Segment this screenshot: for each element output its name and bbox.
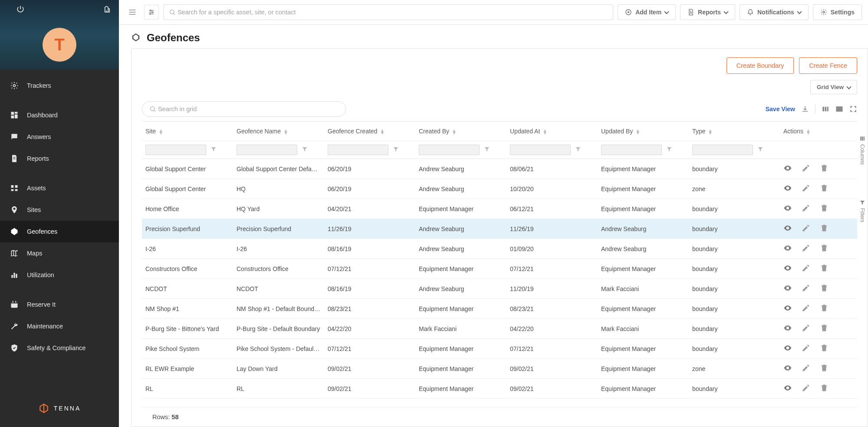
- column-header-updated_at[interactable]: Updated At▲▼: [506, 122, 598, 141]
- view-icon[interactable]: [783, 164, 792, 174]
- notifications-button[interactable]: Notifications: [740, 4, 809, 20]
- edit-icon[interactable]: [802, 204, 810, 214]
- building-icon[interactable]: [103, 5, 111, 14]
- rail-columns[interactable]: Columns: [859, 136, 865, 165]
- edit-icon[interactable]: [802, 324, 810, 334]
- download-icon[interactable]: [801, 105, 809, 113]
- global-search[interactable]: [163, 4, 613, 20]
- columns-icon[interactable]: [822, 105, 829, 113]
- filter-input-updated_by[interactable]: [601, 145, 662, 155]
- delete-icon[interactable]: [820, 364, 829, 374]
- view-icon[interactable]: [783, 224, 792, 234]
- sidebar-item-answers[interactable]: Answers: [0, 126, 119, 148]
- column-header-geofence_name[interactable]: Geofence Name▲▼: [233, 122, 324, 141]
- view-icon[interactable]: [783, 304, 792, 314]
- edit-icon[interactable]: [802, 244, 810, 254]
- table-row[interactable]: RL EWR ExampleLay Down Yard09/02/21Equip…: [142, 359, 857, 379]
- table-row[interactable]: Home OfficeHQ Yard04/20/21Equipment Mana…: [142, 199, 857, 219]
- view-icon[interactable]: [783, 184, 792, 194]
- filter-input-type[interactable]: [692, 145, 753, 155]
- create-fence-button[interactable]: Create Fence: [799, 57, 857, 74]
- sidebar-item-reserve-it[interactable]: Reserve It: [0, 294, 119, 315]
- add-item-button[interactable]: Add Item: [618, 4, 676, 20]
- table-row[interactable]: Global Support CenterGlobal Support Cent…: [142, 159, 857, 179]
- edit-icon[interactable]: [802, 284, 810, 294]
- sidebar-item-assets[interactable]: Assets: [0, 177, 119, 199]
- delete-icon[interactable]: [820, 204, 829, 214]
- view-icon[interactable]: [783, 244, 792, 254]
- column-header-updated_by[interactable]: Updated By▲▼: [598, 122, 689, 141]
- edit-icon[interactable]: [802, 184, 810, 194]
- expand-card-icon[interactable]: [835, 105, 843, 113]
- table-row[interactable]: I-26I-2608/16/19Andrew Seaburg01/09/20An…: [142, 239, 857, 259]
- table-row[interactable]: NCDOTNCDOT08/16/19Andrew Seaburg11/20/19…: [142, 279, 857, 299]
- edit-icon[interactable]: [802, 164, 810, 174]
- delete-icon[interactable]: [820, 184, 829, 194]
- view-icon[interactable]: [783, 324, 792, 334]
- grid-search[interactable]: [142, 101, 346, 117]
- column-header-geofence_created[interactable]: Geofence Created▲▼: [324, 122, 415, 141]
- save-view-link[interactable]: Save View: [766, 106, 795, 113]
- column-header-created_by[interactable]: Created By▲▼: [415, 122, 506, 141]
- avatar[interactable]: T: [43, 28, 76, 62]
- delete-icon[interactable]: [820, 264, 829, 274]
- sidebar-item-sites[interactable]: Sites: [0, 199, 119, 221]
- view-icon[interactable]: [783, 264, 792, 274]
- filter-icon[interactable]: [393, 146, 399, 152]
- create-boundary-button[interactable]: Create Boundary: [727, 57, 794, 74]
- table-row[interactable]: P-Burg Site - Bittone's YardP-Burg Site …: [142, 319, 857, 339]
- sidebar-item-reports[interactable]: Reports: [0, 148, 119, 169]
- view-icon[interactable]: [783, 384, 792, 394]
- filter-input-site[interactable]: [145, 145, 206, 155]
- filter-icon[interactable]: [484, 146, 490, 152]
- filter-input-created_by[interactable]: [419, 145, 480, 155]
- delete-icon[interactable]: [820, 384, 829, 394]
- sidebar-item-maps[interactable]: Maps: [0, 242, 119, 264]
- delete-icon[interactable]: [820, 284, 829, 294]
- hamburger-icon[interactable]: [125, 5, 140, 20]
- filter-icon[interactable]: [666, 146, 672, 152]
- delete-icon[interactable]: [820, 244, 829, 254]
- delete-icon[interactable]: [820, 344, 829, 354]
- view-icon[interactable]: [783, 364, 792, 374]
- edit-icon[interactable]: [802, 304, 810, 314]
- table-row[interactable]: RLRL09/02/21Equipment Manager09/02/21Equ…: [142, 379, 857, 399]
- column-header-type[interactable]: Type▲▼: [689, 122, 780, 141]
- grid-wrap[interactable]: Site▲▼Geofence Name▲▼Geofence Created▲▼C…: [142, 121, 857, 407]
- grid-view-select[interactable]: Grid View: [810, 80, 857, 94]
- filter-icon[interactable]: [210, 146, 217, 152]
- global-search-input[interactable]: [178, 9, 608, 16]
- delete-icon[interactable]: [820, 324, 829, 334]
- settings-button[interactable]: Settings: [813, 4, 862, 20]
- grid-search-input[interactable]: [158, 106, 339, 113]
- table-row[interactable]: Constructors OfficeConstructors Office07…: [142, 259, 857, 279]
- table-row[interactable]: Global Support CenterHQ06/20/19Andrew Se…: [142, 179, 857, 199]
- sidebar-item-dashboard[interactable]: Dashboard: [0, 104, 119, 126]
- sidebar-item-safety[interactable]: Safety & Compliance: [0, 337, 119, 359]
- table-row[interactable]: NM Shop #1NM Shop #1 - Default Boundary0…: [142, 299, 857, 319]
- power-icon[interactable]: [16, 5, 24, 14]
- filter-icon[interactable]: [302, 146, 308, 152]
- edit-icon[interactable]: [802, 344, 810, 354]
- delete-icon[interactable]: [820, 224, 829, 234]
- edit-icon[interactable]: [802, 224, 810, 234]
- filter-icon[interactable]: [575, 146, 581, 152]
- filter-icon[interactable]: [757, 146, 763, 152]
- edit-icon[interactable]: [802, 364, 810, 374]
- fullscreen-icon[interactable]: [849, 105, 857, 113]
- table-row[interactable]: Pike School SystemPike School System - D…: [142, 339, 857, 359]
- view-icon[interactable]: [783, 344, 792, 354]
- table-row[interactable]: Precision SuperfundPrecision Superfund11…: [142, 219, 857, 239]
- sidebar-item-trackers[interactable]: Trackers: [0, 75, 119, 96]
- sidebar-item-geofences[interactable]: Geofences: [0, 221, 119, 242]
- sidebar-item-maintenance[interactable]: Maintenance: [0, 315, 119, 337]
- filter-input-updated_at[interactable]: [510, 145, 571, 155]
- filter-input-geofence_name[interactable]: [237, 145, 297, 155]
- sidebar-item-utilization[interactable]: Utilization: [0, 264, 119, 286]
- reports-button[interactable]: Reports: [680, 4, 735, 20]
- edit-icon[interactable]: [802, 264, 810, 274]
- view-icon[interactable]: [783, 204, 792, 214]
- filter-input-geofence_created[interactable]: [328, 145, 388, 155]
- view-icon[interactable]: [783, 284, 792, 294]
- delete-icon[interactable]: [820, 304, 829, 314]
